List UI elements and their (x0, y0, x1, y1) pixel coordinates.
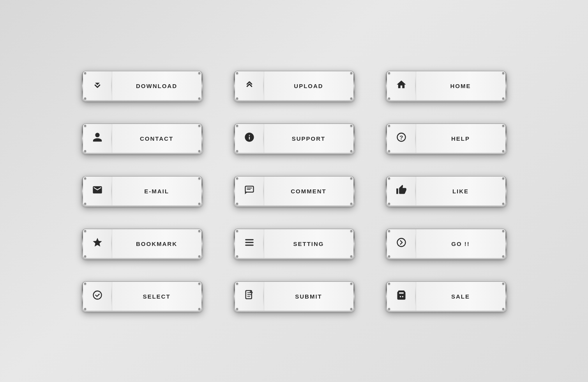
contact-inner: CONTACT (83, 124, 201, 153)
like-label: LIKE (452, 188, 469, 195)
sale-label: SALE (451, 293, 470, 300)
support-label: SUPPORT (292, 135, 326, 142)
screw-bl (388, 97, 390, 99)
screw-tl (84, 230, 86, 232)
download-button[interactable]: DOWNLOAD (82, 70, 203, 101)
select-button[interactable]: SELECT (82, 281, 203, 312)
email-icon (92, 184, 103, 198)
email-icon-area (83, 177, 112, 205)
bookmark-inner: BOOKMARK (83, 229, 201, 258)
sale-button[interactable]: SALE (386, 281, 507, 312)
email-label-area: E-MAIL (112, 177, 201, 205)
screw-bl (388, 308, 390, 310)
like-icon (396, 184, 407, 198)
screw-tl (84, 177, 86, 179)
select-label: SELECT (143, 293, 170, 300)
comment-button[interactable]: COMMENT (234, 175, 355, 207)
go-button[interactable]: GO !! (386, 228, 507, 259)
screw-bl (388, 150, 390, 152)
screw-tl (388, 72, 390, 74)
support-button[interactable]: SUPPORT (234, 123, 355, 154)
svg-text:?: ? (399, 134, 403, 141)
screw-tl (236, 177, 238, 179)
bookmark-icon-area (83, 229, 112, 258)
submit-inner: SUBMIT (235, 282, 353, 311)
bookmark-label: BOOKMARK (136, 241, 177, 247)
upload-icon-area (235, 71, 264, 100)
setting-icon (244, 237, 255, 250)
comment-icon (244, 184, 255, 198)
screw-tl (388, 283, 390, 285)
like-button[interactable]: LIKE (386, 175, 507, 207)
bookmark-button[interactable]: BOOKMARK (82, 228, 203, 259)
support-icon-area (235, 124, 264, 153)
home-icon-area (387, 71, 416, 100)
select-label-area: SELECT (112, 282, 201, 311)
support-label-area: SUPPORT (264, 124, 353, 153)
setting-button[interactable]: SETTING (234, 228, 355, 259)
go-icon-area (387, 229, 416, 258)
bookmark-icon (92, 237, 103, 250)
screw-bl (388, 203, 390, 205)
download-icon-area (83, 71, 112, 100)
submit-icon-area (235, 282, 264, 311)
screw-tl (236, 72, 238, 74)
setting-inner: SETTING (235, 229, 353, 258)
contact-button[interactable]: CONTACT (82, 123, 203, 154)
comment-label-area: COMMENT (264, 177, 353, 205)
select-icon (92, 290, 103, 303)
email-inner: E-MAIL (83, 177, 201, 205)
screw-bl (84, 97, 86, 99)
screw-bl (236, 150, 238, 152)
go-inner: GO !! (387, 229, 505, 258)
screw-bl (84, 255, 86, 257)
help-label-area: HELP (416, 124, 505, 153)
go-icon (396, 237, 407, 250)
upload-button[interactable]: UPLOAD (234, 70, 355, 101)
help-icon-area: ? (387, 124, 416, 153)
home-label: HOME (450, 83, 471, 89)
screw-tl (388, 125, 390, 127)
screw-bl (236, 203, 238, 205)
download-inner: DOWNLOAD (83, 71, 201, 100)
contact-label-area: CONTACT (112, 124, 201, 153)
select-inner: SELECT (83, 282, 201, 311)
go-label: GO !! (451, 241, 470, 247)
help-button[interactable]: ? HELP (386, 123, 507, 154)
sale-icon-area (387, 282, 416, 311)
home-inner: HOME (387, 71, 505, 100)
screw-tl (84, 72, 86, 74)
go-label-area: GO !! (416, 229, 505, 258)
setting-label-area: SETTING (264, 229, 353, 258)
comment-inner: COMMENT (235, 177, 353, 205)
like-icon-area (387, 177, 416, 205)
comment-icon-area (235, 177, 264, 205)
like-inner: LIKE (387, 177, 505, 205)
screw-tl (84, 125, 86, 127)
upload-label: UPLOAD (294, 83, 323, 89)
upload-label-area: UPLOAD (264, 71, 353, 100)
screw-tl (388, 177, 390, 179)
contact-icon (92, 132, 103, 145)
select-icon-area (83, 282, 112, 311)
submit-label-area: SUBMIT (264, 282, 353, 311)
help-label: HELP (451, 135, 470, 142)
screw-tl (84, 283, 86, 285)
setting-icon-area (235, 229, 264, 258)
home-button[interactable]: HOME (386, 70, 507, 101)
screw-bl (388, 255, 390, 257)
submit-button[interactable]: SUBMIT (234, 281, 355, 312)
sale-label-area: SALE (416, 282, 505, 311)
screw-bl (236, 308, 238, 310)
sale-inner: SALE (387, 282, 505, 311)
help-icon: ? (396, 132, 407, 145)
help-inner: ? HELP (387, 124, 505, 153)
button-grid: DOWNLOAD UPLOAD HOME (66, 55, 522, 327)
contact-icon-area (83, 124, 112, 153)
email-button[interactable]: E-MAIL (82, 175, 203, 207)
upload-inner: UPLOAD (235, 71, 353, 100)
download-label-area: DOWNLOAD (112, 71, 201, 100)
like-label-area: LIKE (416, 177, 505, 205)
home-icon (396, 79, 407, 92)
screw-tl (236, 283, 238, 285)
